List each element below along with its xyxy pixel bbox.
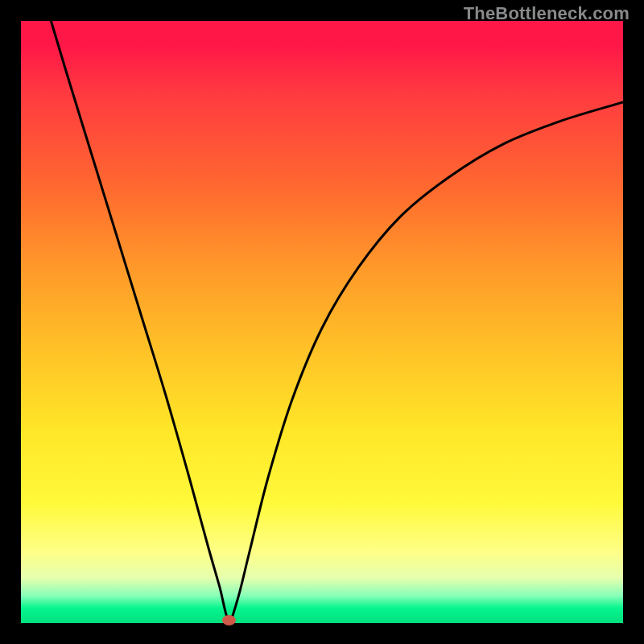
- plot-area: [21, 21, 623, 623]
- chart-frame: TheBottleneck.com: [0, 0, 644, 644]
- minimum-marker: [222, 615, 236, 625]
- curve-svg: [21, 21, 623, 623]
- bottleneck-curve: [51, 21, 623, 621]
